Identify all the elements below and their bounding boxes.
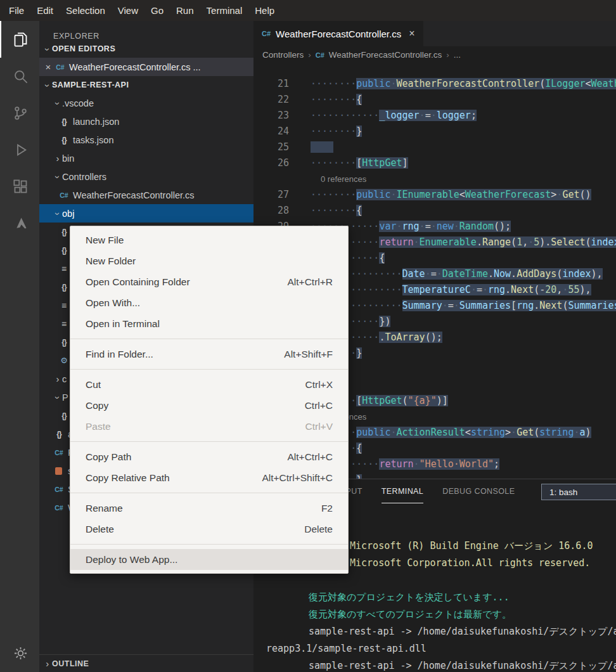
codelens-references[interactable]: 0 references [311,171,366,187]
terminal-selector[interactable]: 1: bash [541,484,616,500]
terminal-line: sample-rest-api -> /home/daisukefunakosh… [266,623,616,640]
panel-tab-terminal[interactable]: TERMINAL [382,479,423,503]
tree-item-vscode[interactable]: ›.vscode [39,94,253,112]
code-token: ········ [311,126,356,137]
tree-item-label: c [62,374,67,384]
code-token: rng [402,221,420,232]
menu-view[interactable]: View [112,0,144,21]
menu-item-label: Delete [86,524,114,535]
code-token: return [379,236,413,248]
tree-item-tasks-json[interactable]: {}tasks.json [39,131,253,149]
code-line[interactable]: 27········public·IEnumerable<WeatherFore… [253,187,616,203]
code-token: · [414,236,420,248]
code-token: · [425,268,431,280]
vscode-window: FileEditSelectionViewGoRunTerminalHelp E… [0,0,616,672]
menu-selection[interactable]: Selection [60,0,112,21]
menu-item-open-in-terminal[interactable]: Open in Terminal [70,313,348,334]
azure-icon[interactable] [0,205,39,242]
menu-item-cut[interactable]: CutCtrl+X [70,374,348,395]
extensions-icon[interactable] [0,168,39,205]
code-token: () [579,189,591,200]
tree-item-obj[interactable]: ›obj [39,204,253,223]
code-text: ················Summary·=·Summaries[rng.… [311,298,616,314]
breadcrumb-item[interactable]: ... [454,50,461,60]
tree-item-label: launch.json [73,117,119,127]
menu-item-open-containing-folder[interactable]: Open Containing FolderAlt+Ctrl+R [70,271,348,292]
code-line[interactable]: 21········public·WeatherForecastControll… [253,76,616,92]
explorer-icon[interactable] [0,21,39,58]
close-icon[interactable]: × [42,61,55,72]
run-debug-icon[interactable] [0,131,39,168]
menu-help[interactable]: Help [248,0,281,21]
terminal-selector-value: 1: bash [549,488,577,497]
code-token: ActionResult [396,427,465,438]
code-line[interactable]: 26········[HttpGet] [253,155,616,171]
terminal-line [266,572,616,589]
code-token: = [477,284,482,295]
editor-tab[interactable]: C# WeatherForecastController.cs × [253,21,423,46]
menu-item-delete[interactable]: DeleteDelete [70,519,348,540]
menu-item-rename[interactable]: RenameF2 [70,498,348,519]
code-token: { [356,443,362,454]
tree-item-weatherforecastcontroller-cs[interactable]: C#WeatherForecastController.cs [39,186,253,204]
close-icon[interactable]: × [409,28,414,39]
open-editor-item[interactable]: × C# WeatherForecastController.cs ... [39,58,253,76]
menu-item-copy-relative-path[interactable]: Copy Relative PathAlt+Ctrl+Shift+C [70,467,348,488]
code-line[interactable]: 23············_logger·=·logger; [253,108,616,124]
menu-terminal[interactable]: Terminal [200,0,249,21]
panel-tab-debug-console[interactable]: DEBUG CONSOLE [442,479,515,503]
menu-go[interactable]: Go [144,0,170,21]
code-token: = [431,268,437,280]
menu-edit[interactable]: Edit [30,0,60,21]
menu-run[interactable]: Run [170,0,200,21]
breadcrumb: Controllers › C# WeatherForecastControll… [253,46,616,63]
csharp-icon: C# [53,486,65,493]
code-token: Random [459,221,494,232]
menu-item-shortcut: Ctrl+X [305,379,333,391]
search-icon[interactable] [0,58,39,94]
code-token: ; [494,458,499,470]
selection-highlight: { [356,205,362,216]
tree-item-label: Controllers [62,172,106,182]
workspace-header[interactable]: › SAMPLE-REST-API [39,76,253,94]
breadcrumb-item[interactable]: WeatherForecastController.cs [329,50,442,60]
code-token: ILogger [545,78,585,89]
selection-highlight: var·rng·=·new·Random(); [379,221,511,232]
open-editors-header[interactable]: › OPEN EDITORS [39,40,253,58]
code-token: }) [379,316,390,327]
menu-file[interactable]: File [3,0,30,21]
line-number: 22 [253,92,289,108]
code-line[interactable]: 24········} [253,124,616,139]
menu-item-copy[interactable]: CopyCtrl+C [70,395,348,416]
json-icon: {} [58,117,70,126]
tree-item-controllers[interactable]: ›Controllers [39,167,253,186]
breadcrumb-item[interactable]: Controllers [262,50,304,60]
selection-highlight: [HttpGet] [356,157,407,169]
code-token: DateTime [442,268,488,280]
code-line[interactable]: 28········{ [253,203,616,219]
code-token: ), [591,268,603,280]
code-token: rng [517,300,534,311]
code-line[interactable]: 25 [253,139,616,155]
code-token: a [579,427,585,438]
menu-item-copy-path[interactable]: Copy PathAlt+Ctrl+C [70,446,348,467]
code-token: (); [494,221,511,232]
code-token: index [591,236,616,248]
outline-header[interactable]: › OUTLINE [39,654,253,672]
settings-icon[interactable] [0,636,39,669]
chevron-down-icon: › [53,172,63,181]
menu-item-open-with[interactable]: Open With... [70,292,348,313]
menu-item-new-file[interactable]: New File [70,229,348,250]
code-token: . [534,300,539,311]
tree-item-launch-json[interactable]: {}launch.json [39,112,253,131]
code-line[interactable]: 22········{ [253,92,616,108]
selection-highlight: [HttpGet("{a}")] [356,395,448,406]
tree-item-bin[interactable]: ›bin [39,149,253,167]
menu-item-new-folder[interactable]: New Folder [70,250,348,271]
menu-item-find-in-folder[interactable]: Find in Folder...Alt+Shift+F [70,344,348,365]
code-line[interactable]: 0 references [253,171,616,187]
source-control-icon[interactable] [0,94,39,131]
menu-item-deploy-to-web-app[interactable]: Deploy to Web App... [70,549,348,570]
code-token: Summary [402,300,442,311]
code-token: WeatherForecast [591,78,616,89]
